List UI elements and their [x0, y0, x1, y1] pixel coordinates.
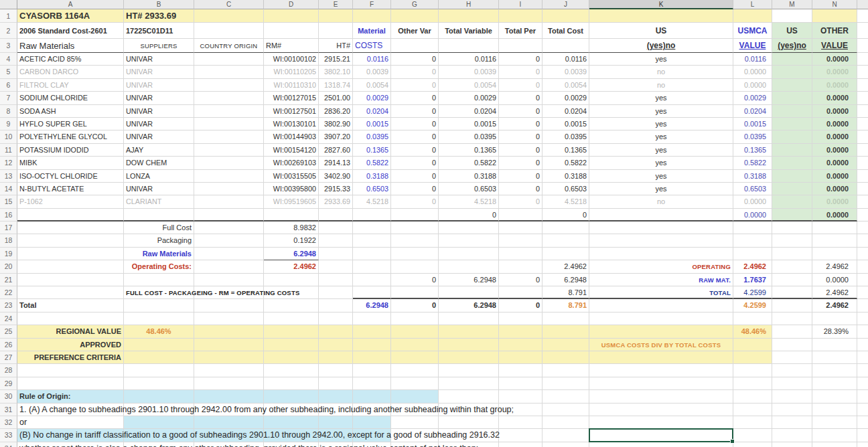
- cell-H10[interactable]: 0.0395: [439, 130, 499, 143]
- cell-C21[interactable]: [194, 274, 264, 286]
- cell-B23[interactable]: [124, 299, 194, 312]
- cell-J4[interactable]: 0.0116: [542, 53, 589, 66]
- cell-J29[interactable]: [542, 377, 589, 390]
- cell-L29[interactable]: [733, 377, 772, 390]
- cell-I32[interactable]: [499, 416, 542, 429]
- cell-E7[interactable]: 2501.00: [319, 92, 353, 104]
- cell-A19[interactable]: [17, 248, 124, 260]
- cell-N25-other-pct[interactable]: 28.39%: [812, 325, 857, 338]
- cell-M3-yesno-header[interactable]: (yes)no: [772, 39, 812, 53]
- cell-M34[interactable]: [772, 442, 812, 447]
- cell-B22-formula-note[interactable]: FULL COST - PACKAGEING - RM = OPERATING …: [124, 286, 194, 299]
- cell-E13[interactable]: 3402.90: [319, 170, 353, 183]
- cell-K7[interactable]: yes: [589, 92, 733, 104]
- cell-K14[interactable]: yes: [589, 183, 733, 195]
- cell-F15[interactable]: 4.5218: [353, 195, 391, 208]
- cell-G26[interactable]: [391, 339, 439, 351]
- cell-H6[interactable]: 0.0054: [439, 79, 499, 92]
- cell-L3-value-header[interactable]: VALUE: [733, 39, 772, 53]
- row-header-4[interactable]: 4: [0, 53, 17, 66]
- cell-K27[interactable]: [589, 351, 733, 364]
- cell-K20-operating-label[interactable]: OPERATING: [589, 260, 733, 273]
- cell-L6[interactable]: 0.0000: [733, 79, 772, 92]
- cell-J14[interactable]: 0.6503: [542, 183, 589, 195]
- cell-G11[interactable]: 0: [391, 144, 439, 157]
- cell-C5[interactable]: [194, 66, 264, 78]
- cell-E32[interactable]: [319, 416, 353, 429]
- column-header-I[interactable]: I: [499, 0, 542, 9]
- cell-E8[interactable]: 2836.20: [319, 105, 353, 118]
- row-header-17[interactable]: 17: [0, 221, 17, 234]
- cell-B27[interactable]: [124, 351, 194, 364]
- cell-M22[interactable]: [772, 286, 812, 299]
- cell-N20-operating-other[interactable]: 2.4962: [812, 260, 857, 273]
- cell-L8[interactable]: 0.0204: [733, 105, 772, 118]
- cell-E10[interactable]: 3907.20: [319, 130, 353, 143]
- cell-K10[interactable]: yes: [589, 130, 733, 143]
- cell-I23-total-per-total[interactable]: 0: [499, 299, 542, 312]
- select-all-corner[interactable]: [0, 0, 17, 9]
- row-header-13[interactable]: 13: [0, 170, 17, 183]
- cell-A29[interactable]: [17, 377, 124, 390]
- cell-J9[interactable]: 0.0015: [542, 118, 589, 130]
- cell-D27[interactable]: [264, 351, 319, 364]
- cell-N21-raw-mat-other[interactable]: 0.0000: [812, 274, 857, 286]
- cell-I3[interactable]: [499, 39, 542, 53]
- cell-F3-costs-header[interactable]: COSTS: [353, 39, 391, 53]
- cell-N32[interactable]: [812, 416, 857, 429]
- cell-C18[interactable]: [194, 234, 264, 247]
- cell-L34[interactable]: [733, 442, 772, 447]
- cell-K23[interactable]: [589, 299, 733, 312]
- cell-B20-operating-label[interactable]: Operating Costs:: [124, 260, 194, 273]
- cell-M29[interactable]: [772, 377, 812, 390]
- cell-C23[interactable]: [194, 299, 264, 312]
- row-header-1[interactable]: 1: [0, 9, 17, 23]
- cell-I10[interactable]: 0: [499, 130, 542, 143]
- row-header-6[interactable]: 6: [0, 79, 17, 92]
- row-header-20[interactable]: 20: [0, 260, 17, 273]
- cell-G5[interactable]: 0: [391, 66, 439, 78]
- cell-C19[interactable]: [194, 248, 264, 260]
- cell-D10[interactable]: WI:00144903: [264, 130, 319, 143]
- cell-G20[interactable]: [391, 260, 439, 273]
- cell-F1[interactable]: [353, 9, 391, 23]
- cell-F27[interactable]: [353, 351, 391, 364]
- cell-D32[interactable]: [264, 416, 319, 429]
- cell-L4[interactable]: 0.0116: [733, 53, 772, 66]
- cell-N30[interactable]: [812, 390, 857, 403]
- cell-C27[interactable]: [194, 351, 264, 364]
- cell-E12[interactable]: 2914.13: [319, 157, 353, 169]
- cell-D9[interactable]: WI:00130101: [264, 118, 319, 130]
- cell-G12[interactable]: 0: [391, 157, 439, 169]
- cell-K9[interactable]: yes: [589, 118, 733, 130]
- cell-G2-other-var-header[interactable]: Other Var: [391, 23, 439, 39]
- cell-B24[interactable]: [124, 312, 194, 325]
- row-header-27[interactable]: 27: [0, 351, 17, 364]
- cell-B19-raw-materials-label[interactable]: Raw Materials: [124, 248, 194, 260]
- cell-H2-total-variable-header[interactable]: Total Variable: [439, 23, 499, 39]
- cell-D25[interactable]: [264, 325, 319, 338]
- cell-D26[interactable]: [264, 339, 319, 351]
- row-header-19[interactable]: 19: [0, 248, 17, 260]
- cell-M23[interactable]: [772, 299, 812, 312]
- cell-N12[interactable]: 0.0000: [812, 157, 857, 169]
- cell-C8[interactable]: [194, 105, 264, 118]
- cell-K15[interactable]: no: [589, 195, 733, 208]
- cell-B7[interactable]: UNIVAR: [124, 92, 194, 104]
- cell-M11[interactable]: [772, 144, 812, 157]
- cell-K21-raw-mat-label[interactable]: RAW MAT.: [589, 274, 733, 286]
- cell-E24[interactable]: [319, 312, 353, 325]
- cell-H14[interactable]: 0.6503: [439, 183, 499, 195]
- cell-N5[interactable]: 0.0000: [812, 66, 857, 78]
- row-header-22[interactable]: 22: [0, 286, 17, 299]
- cell-G4[interactable]: 0: [391, 53, 439, 66]
- cell-G1[interactable]: [391, 9, 439, 23]
- cell-I2-total-per-header[interactable]: Total Per: [499, 23, 542, 39]
- cell-E15[interactable]: 2933.69: [319, 195, 353, 208]
- cell-I16[interactable]: [499, 209, 542, 221]
- cell-F32[interactable]: [353, 416, 391, 429]
- cell-J11[interactable]: 0.1365: [542, 144, 589, 157]
- row-header-21[interactable]: 21: [0, 274, 17, 286]
- cell-M16[interactable]: [772, 209, 812, 221]
- cell-A34-rule-line-cont[interactable]: whether or not there is also a change fr…: [17, 442, 124, 447]
